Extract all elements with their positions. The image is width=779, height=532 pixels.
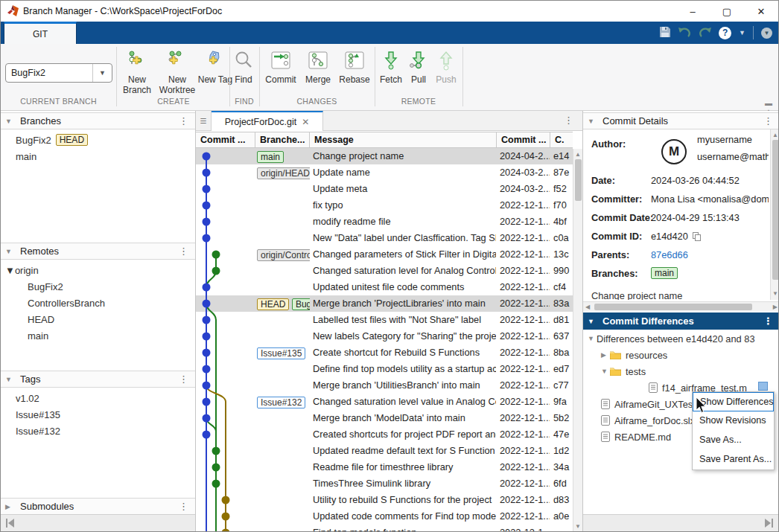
- table-row[interactable]: origin/ControllersBranch Changed paramet…: [196, 246, 573, 263]
- new-worktree-button[interactable]: New Worktree: [158, 48, 197, 95]
- expander-icon[interactable]: ▼: [601, 368, 610, 375]
- column-header-commit-date[interactable]: Commit ...: [497, 132, 550, 149]
- collapse-panel-right-icon[interactable]: [763, 519, 774, 530]
- table-row[interactable]: Merge branch 'UtilitiesBranch' into main…: [196, 377, 573, 394]
- commit-differences-panel-header[interactable]: ▼ Commit Differences ⋮: [583, 313, 779, 330]
- find-button[interactable]: Find: [224, 48, 263, 85]
- table-row[interactable]: Utility to rebuild S Functions for the p…: [196, 492, 573, 508]
- column-header-commit-id[interactable]: C.: [550, 132, 573, 149]
- close-button[interactable]: ✕: [744, 1, 778, 22]
- tags-menu-icon[interactable]: ⋮: [177, 374, 191, 385]
- commit-details-horizontal-scrollbar[interactable]: ◀ ▶: [583, 301, 779, 311]
- scrollbar-thumb[interactable]: [575, 159, 582, 201]
- help-icon[interactable]: ?: [719, 27, 731, 39]
- push-button[interactable]: Push: [427, 48, 465, 85]
- branches-menu-icon[interactable]: ⋮: [177, 115, 191, 126]
- table-row[interactable]: New labels Category for "Sharing" the pr…: [196, 328, 573, 344]
- remote-branch-item[interactable]: HEAD: [1, 311, 195, 327]
- remote-branch-item[interactable]: ControllersBranch: [1, 295, 195, 311]
- undo-icon[interactable]: [678, 26, 691, 39]
- table-row[interactable]: main Change project name2024-04-2...e14: [196, 148, 573, 164]
- remote-branch-item[interactable]: main: [1, 327, 195, 344]
- table-row[interactable]: Issue#132 Changed saturation level value…: [196, 394, 573, 410]
- branch-list-item[interactable]: BugFix2HEAD: [1, 132, 195, 148]
- table-row[interactable]: Issue#135 Create shortcut for Rebuild S …: [196, 344, 573, 361]
- menu-item[interactable]: Save Parent As...: [693, 450, 774, 469]
- table-row[interactable]: TimesThree Simulink library2022-12-1...6…: [196, 475, 573, 492]
- scroll-right-icon[interactable]: ▶: [773, 304, 778, 310]
- commit-differences-menu-icon[interactable]: ⋮: [761, 315, 775, 327]
- tag-list-item[interactable]: Issue#132: [1, 423, 195, 439]
- tags-panel-header[interactable]: ▼ Tags ⋮: [1, 371, 195, 388]
- table-row[interactable]: Changed saturation level for Analog Cont…: [196, 263, 573, 279]
- minimize-button[interactable]: –: [675, 1, 710, 22]
- tag-list-item[interactable]: v1.02: [1, 390, 195, 406]
- table-row[interactable]: New "Data" label under Clasffication. Ta…: [196, 230, 573, 246]
- collapse-panel-left-icon[interactable]: [5, 519, 16, 530]
- commit-details-panel-header[interactable]: ▼ Commit Details ⋮: [583, 112, 779, 129]
- table-row[interactable]: Labelled test files with "Not Share" lab…: [196, 312, 573, 328]
- expand-arrow-icon[interactable]: ▶: [5, 503, 16, 510]
- commit-details-vertical-scrollbar[interactable]: ▲ ▼: [770, 129, 779, 300]
- remote-root-item[interactable]: ▼origin: [1, 262, 195, 278]
- column-header-commit-graph[interactable]: Commit ...: [196, 132, 255, 149]
- tag-list-item[interactable]: Issue#135: [1, 406, 195, 423]
- commit-table-vertical-scrollbar[interactable]: ▲ ▼: [573, 149, 582, 532]
- diff-root-item[interactable]: ▼Differences between e14d420 and 83: [583, 330, 779, 347]
- table-row[interactable]: modify readme file2022-12-1...4bf: [196, 214, 573, 230]
- branches-panel-header[interactable]: ▼ Branches ⋮: [1, 112, 195, 129]
- close-tab-icon[interactable]: ✕: [302, 117, 309, 127]
- scroll-left-icon[interactable]: ◀: [585, 304, 590, 310]
- table-row[interactable]: Readme file for timesthree library2022-1…: [196, 459, 573, 475]
- diff-folder-item[interactable]: ▶resources: [583, 347, 779, 363]
- current-branch-combobox[interactable]: BugFix2 ▼: [5, 63, 112, 83]
- collapse-arrow-icon[interactable]: ▼: [5, 376, 16, 383]
- help-caret-icon[interactable]: ▼: [739, 29, 745, 36]
- tab-git[interactable]: GIT: [4, 22, 77, 44]
- remotes-menu-icon[interactable]: ⋮: [177, 246, 191, 257]
- table-row[interactable]: Updated code comments for Find top mode.…: [196, 508, 573, 525]
- column-header-message[interactable]: Message: [310, 132, 497, 149]
- copy-icon[interactable]: [693, 232, 701, 241]
- table-row[interactable]: Find top models function2022-12-1...: [196, 525, 573, 532]
- save-icon[interactable]: [659, 26, 671, 40]
- table-row[interactable]: Define find top models utility as a star…: [196, 361, 573, 377]
- redo-icon[interactable]: [699, 26, 711, 39]
- scroll-up-icon[interactable]: ▲: [573, 151, 582, 158]
- table-row[interactable]: HEAD BugFix2 Merge branch 'ProjectLibrar…: [196, 295, 573, 312]
- document-menu-icon[interactable]: ⋮: [564, 115, 573, 126]
- current-branch-dropdown-icon[interactable]: ▼: [92, 64, 112, 82]
- diff-folder-item[interactable]: ▼tests: [583, 363, 779, 379]
- merge-button[interactable]: Merge: [299, 48, 337, 85]
- collapse-arrow-icon[interactable]: ▼: [588, 118, 598, 125]
- menu-item[interactable]: Save As...: [693, 431, 774, 450]
- scroll-up-icon[interactable]: ▲: [771, 132, 779, 138]
- document-tab[interactable]: ProjectForDoc.git ✕: [212, 111, 323, 131]
- column-header-branches[interactable]: Branche...: [255, 132, 310, 149]
- commit-details-menu-icon[interactable]: ⋮: [761, 115, 775, 126]
- remotes-panel-header[interactable]: ▼ Remotes ⋮: [1, 243, 195, 260]
- table-row[interactable]: Merge branch 'ModelData' into main2022-1…: [196, 410, 573, 426]
- scroll-down-icon[interactable]: ▼: [771, 290, 779, 297]
- table-row[interactable]: Created shortcuts for project PDF report…: [196, 426, 573, 443]
- collapse-arrow-icon[interactable]: ▼: [5, 118, 16, 125]
- new-branch-button[interactable]: New Branch: [118, 48, 156, 95]
- branch-list-item[interactable]: main: [1, 148, 195, 164]
- maximize-button[interactable]: ▢: [710, 1, 744, 22]
- toolstrip-options-icon[interactable]: ▼: [761, 28, 772, 39]
- parent-commit-link[interactable]: 87e6d66: [651, 249, 688, 260]
- table-row[interactable]: Updated unitest file code comments2022-1…: [196, 279, 573, 295]
- collapse-arrow-icon[interactable]: ▼: [588, 335, 597, 342]
- submodules-menu-icon[interactable]: ⋮: [177, 501, 191, 512]
- scrollbar-thumb[interactable]: [772, 140, 779, 280]
- table-row[interactable]: Updated readme default text for S Functi…: [196, 443, 573, 459]
- table-row[interactable]: Update meta2024-03-2...f52: [196, 181, 573, 197]
- collapse-arrow-icon[interactable]: ▼: [588, 318, 598, 325]
- commit-button[interactable]: Commit: [261, 48, 300, 85]
- expander-icon[interactable]: ▶: [601, 351, 610, 359]
- table-row[interactable]: fix typo2022-12-1...f70: [196, 197, 573, 214]
- collapse-arrow-icon[interactable]: ▼: [5, 248, 16, 255]
- collapse-arrow-icon[interactable]: ▼: [5, 265, 15, 276]
- table-row[interactable]: origin/HEAD Update name2024-03-2...87e: [196, 164, 573, 181]
- scrollbar-thumb[interactable]: [594, 304, 752, 310]
